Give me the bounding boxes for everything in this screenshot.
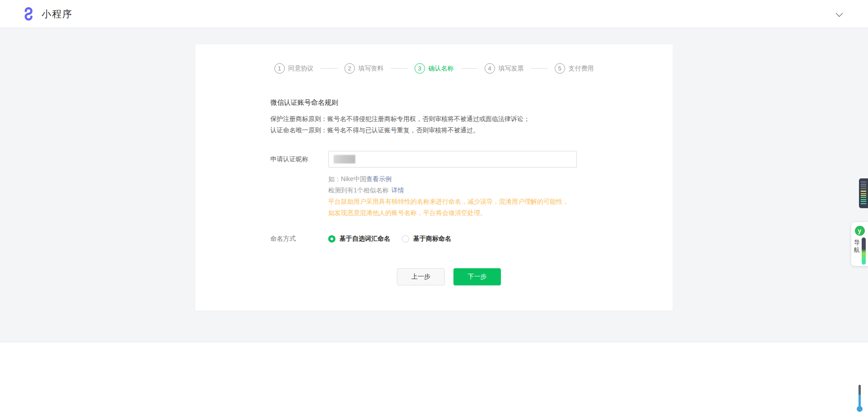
nickname-input[interactable] bbox=[328, 151, 577, 168]
similar-name-hint: 检测到有1个相似名称详情 bbox=[328, 185, 577, 196]
nav-extension-logo-icon[interactable]: y bbox=[855, 226, 865, 236]
nickname-label: 申请认证昵称 bbox=[270, 151, 328, 219]
minimap-yellow-stripes bbox=[861, 191, 866, 197]
header: 小程序 bbox=[0, 0, 868, 28]
rule-line: 保护注册商标原则：账号名不得侵犯注册商标专用权，否则审核将不被通过或面临法律诉讼… bbox=[270, 113, 627, 125]
rule-line: 认证命名唯一原则：账号名不得与已认证账号重复，否则审核将不被通过。 bbox=[270, 125, 627, 136]
step-connector bbox=[321, 68, 338, 69]
similar-detail-link[interactable]: 详情 bbox=[392, 187, 404, 194]
step-label: 填写发票 bbox=[499, 65, 524, 73]
scroll-thermometer-widget[interactable] bbox=[856, 385, 863, 413]
example-prefix: 如：Nike中国 bbox=[328, 175, 366, 182]
step-number: 3 bbox=[415, 63, 425, 74]
nickname-hints: 如：Nike中国查看示例 检测到有1个相似名称详情 平台鼓励用户采用具有独特性的… bbox=[328, 173, 577, 219]
stepper: 1 同意协议 2 填写资料 3 确认名称 4 填写发票 5 支付费用 bbox=[195, 44, 673, 74]
next-step-button[interactable]: 下一步 bbox=[453, 268, 501, 285]
step-number: 2 bbox=[344, 63, 355, 74]
thermometer-bulb bbox=[857, 406, 863, 412]
naming-method-row: 命名方式 基于自选词汇命名 基于商标命名 bbox=[270, 235, 627, 243]
stepper-step-confirm-name: 3 确认名称 bbox=[415, 63, 454, 74]
nickname-row: 申请认证昵称 如：Nike中国查看示例 检测到有1个相似名称详情 平台鼓励用户采… bbox=[270, 151, 627, 219]
rules-title: 微信认证账号命名规则 bbox=[270, 98, 627, 107]
page-title: 小程序 bbox=[42, 8, 73, 20]
similar-name-text: 检测到有1个相似名称 bbox=[328, 187, 389, 194]
minimap-gray-stripes bbox=[861, 182, 866, 191]
stepper-step-payment: 5 支付费用 bbox=[555, 63, 594, 74]
example-hint: 如：Nike中国查看示例 bbox=[328, 173, 577, 185]
nav-extension-label: 导航 bbox=[854, 238, 860, 265]
naming-method-label: 命名方式 bbox=[270, 235, 328, 243]
nickname-input-wrap bbox=[328, 151, 577, 168]
radio-option-label: 基于自选词汇命名 bbox=[340, 235, 390, 243]
scroll-minimap-widget[interactable] bbox=[859, 178, 868, 208]
thermometer-stem bbox=[859, 385, 861, 407]
step-number: 5 bbox=[555, 63, 565, 74]
naming-method-options: 基于自选词汇命名 基于商标命名 bbox=[328, 235, 451, 243]
step-number: 1 bbox=[274, 63, 285, 74]
step-connector bbox=[531, 68, 548, 69]
wizard-card: 1 同意协议 2 填写资料 3 确认名称 4 填写发票 5 支付费用 bbox=[195, 44, 673, 311]
prev-step-button[interactable]: 上一步 bbox=[397, 268, 445, 285]
stepper-step-invoice: 4 填写发票 bbox=[485, 63, 524, 74]
wizard-actions: 上一步 下一步 bbox=[270, 268, 627, 285]
footer-area bbox=[0, 342, 868, 415]
warning-line: 如发现恶意混淆他人的账号名称，平台将会做清空处理。 bbox=[328, 207, 577, 219]
nav-progress-bar[interactable] bbox=[862, 238, 866, 265]
nav-extension-body: 导航 bbox=[851, 238, 868, 265]
chevron-down-icon[interactable] bbox=[836, 10, 843, 17]
step-label: 确认名称 bbox=[429, 65, 454, 73]
view-example-link[interactable]: 查看示例 bbox=[366, 175, 392, 182]
step-connector bbox=[391, 68, 408, 69]
warning-line: 平台鼓励用户采用具有独特性的名称来进行命名，减少误导，混淆用户理解的可能性， bbox=[328, 196, 577, 207]
radio-option-label: 基于商标命名 bbox=[413, 235, 451, 243]
step-number: 4 bbox=[485, 63, 495, 74]
step-connector bbox=[461, 68, 478, 69]
step-label: 同意协议 bbox=[288, 65, 314, 73]
radio-selected-icon[interactable] bbox=[328, 235, 335, 242]
card-content: 微信认证账号命名规则 保护注册商标原则：账号名不得侵犯注册商标专用权，否则审核将… bbox=[195, 74, 673, 285]
radio-option-trademark[interactable]: 基于商标命名 bbox=[402, 235, 451, 243]
radio-option-custom-words[interactable]: 基于自选词汇命名 bbox=[328, 235, 390, 243]
stepper-step-info: 2 填写资料 bbox=[344, 63, 384, 74]
step-label: 支付费用 bbox=[569, 65, 594, 73]
radio-unselected-icon[interactable] bbox=[402, 235, 409, 242]
step-label: 填写资料 bbox=[359, 65, 384, 73]
minimap-teal-stripes bbox=[861, 197, 866, 205]
stepper-step-agreement: 1 同意协议 bbox=[274, 63, 314, 74]
nav-extension-widget[interactable]: y 导航 bbox=[851, 222, 868, 266]
page-body: 1 同意协议 2 填写资料 3 确认名称 4 填写发票 5 支付费用 bbox=[0, 28, 868, 342]
miniprogram-logo-icon bbox=[20, 6, 37, 22]
